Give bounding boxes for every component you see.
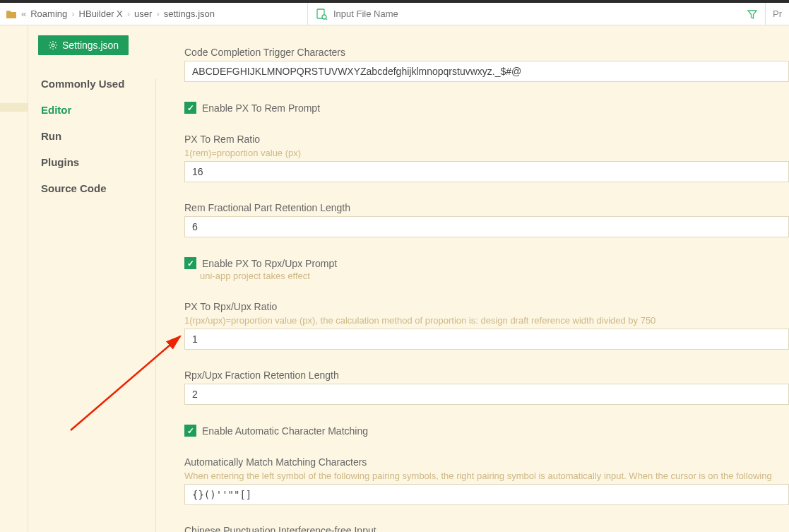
filter-icon[interactable] [747, 8, 758, 20]
chevron-right-icon: › [127, 8, 130, 19]
crumb-roaming[interactable]: Roaming [30, 8, 67, 19]
setting-match-chars: Automatically Match Matching Characters … [184, 456, 789, 505]
nav-editor[interactable]: Editor [41, 97, 155, 123]
px-rpx-ratio-input[interactable] [184, 329, 789, 350]
content: Code Completion Trigger Characters ✓ Ena… [156, 25, 789, 532]
setting-px-rpx-ratio: PX To Rpx/Upx Ratio 1(rpx/upx)=proportio… [184, 301, 789, 350]
crumb-settings[interactable]: settings.json [164, 8, 215, 19]
crumb-hbuilder[interactable]: HBuilder X [79, 8, 123, 19]
nav-commonly-used[interactable]: Commonly Used [41, 71, 155, 97]
setting-label: PX To Rpx/Upx Ratio [184, 301, 789, 312]
nav-source-code[interactable]: Source Code [41, 175, 155, 201]
chevron-right-icon: › [71, 8, 74, 19]
breadcrumb: « Roaming › HBuilder X › user › settings… [0, 8, 307, 19]
folder-icon [6, 9, 17, 19]
setting-code-completion: Code Completion Trigger Characters [184, 47, 789, 82]
setting-label: Automatically Match Matching Characters [184, 456, 789, 468]
setting-hint: 1(rem)=proportion value (px) [184, 148, 789, 158]
setting-hint: uni-app project takes effect [200, 271, 789, 281]
setting-hint: When entering the left symbol of the fol… [184, 471, 789, 481]
setting-px-rem-ratio: PX To Rem Ratio 1(rem)=proportion value … [184, 134, 789, 182]
toolbar: « Roaming › HBuilder X › user › settings… [0, 3, 789, 25]
setting-label: PX To Rem Ratio [184, 134, 789, 145]
nav-run[interactable]: Run [41, 123, 155, 149]
chevron-left-icon[interactable]: « [21, 8, 26, 19]
rpx-fraction-input[interactable] [184, 384, 789, 405]
gutter-mark [0, 103, 28, 112]
setting-enable-px-rpx: ✓ Enable PX To Rpx/Upx Prompt uni-app pr… [184, 257, 789, 281]
setting-label: Enable PX To Rem Prompt [202, 102, 320, 114]
setting-hint: 1(rpx/upx)=proportion value (px), the ca… [184, 315, 789, 326]
chevron-right-icon: › [156, 8, 159, 19]
svg-point-3 [52, 44, 54, 47]
setting-label: Enable Automatic Character Matching [202, 425, 368, 437]
setting-chinese-punct: Chinese Punctuation Interference-free In… [184, 525, 789, 532]
search-box [307, 3, 765, 25]
crumb-user[interactable]: user [134, 8, 152, 19]
match-chars-input[interactable] [184, 484, 789, 505]
nav-plugins[interactable]: Plugins [41, 149, 155, 175]
gear-icon [48, 40, 58, 50]
tab-label: Settings.json [62, 40, 119, 51]
search-input[interactable] [333, 8, 747, 19]
setting-label: Enable PX To Rpx/Upx Prompt [202, 258, 337, 269]
svg-line-2 [326, 18, 328, 20]
left-gutter [0, 25, 28, 532]
setting-auto-match: ✓ Enable Automatic Character Matching [184, 425, 789, 437]
setting-enable-px-rem: ✓ Enable PX To Rem Prompt [184, 102, 789, 114]
checkbox-px-rpx[interactable]: ✓ [184, 257, 196, 269]
setting-rem-fraction: Rem Fractional Part Retention Length [184, 202, 789, 237]
setting-rpx-fraction: Rpx/Upx Fraction Retention Length [184, 370, 789, 405]
setting-label: Rpx/Upx Fraction Retention Length [184, 370, 789, 381]
setting-label: Chinese Punctuation Interference-free In… [184, 525, 789, 532]
rem-fraction-input[interactable] [184, 216, 789, 237]
right-panel-trigger[interactable]: Pr [765, 3, 789, 25]
checkbox-px-rem[interactable]: ✓ [184, 102, 196, 114]
sidebar: Settings.json Commonly Used Editor Run P… [28, 25, 155, 532]
nav: Commonly Used Editor Run Plugins Source … [28, 71, 155, 201]
search-file-icon [315, 8, 328, 20]
svg-point-1 [322, 15, 326, 19]
setting-label: Code Completion Trigger Characters [184, 47, 789, 58]
code-completion-input[interactable] [184, 61, 789, 82]
px-rem-ratio-input[interactable] [184, 161, 789, 182]
checkbox-auto-match[interactable]: ✓ [184, 425, 196, 437]
setting-label: Rem Fractional Part Retention Length [184, 202, 789, 213]
tab-settings[interactable]: Settings.json [38, 35, 129, 55]
